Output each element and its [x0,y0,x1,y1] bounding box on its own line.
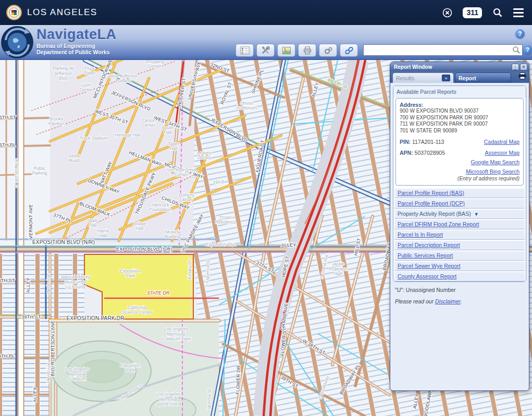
print-button[interactable] [298,44,316,57]
navigatela-logo-icon [1,26,34,59]
print-report-icon[interactable] [518,72,527,81]
bing-search-link[interactable]: Microsoft Bing Search [466,168,519,175]
map-label: ALLEY [281,242,296,248]
report-link-row[interactable]: Parcel Profile Report (DCP) [394,199,525,209]
map-search-box[interactable] [363,44,523,56]
map-label: 36TH PL [0,142,16,148]
map-label: LeaveyLibrary [197,150,212,161]
map-label: WattHall [88,218,97,228]
apn-label: APN: [400,150,413,156]
map-label: 38TH ST [0,278,15,283]
report-link[interactable]: Parcel Is In Report [398,231,443,238]
assessor-map-link[interactable]: Assessor Map [485,150,519,156]
la-city-seal-icon [6,5,22,20]
navigatela-app: JEFFERSON BLVDJEFFERSON BLVDWEST 35TH ST… [0,0,532,416]
dock-button[interactable]: ↑ [512,64,519,70]
disclaimer-link[interactable]: Disclaimer [435,298,461,304]
parcel-reports-box: Available Parcel Reports Address: 900 W … [393,85,526,282]
app-header: NavigateLA Bureau of Engineering Departm… [0,25,532,60]
disclaimer-suffix: . [461,298,462,304]
report-link-row[interactable]: Property Activity Report (BAS)▼ [394,210,525,219]
report-link-row[interactable]: Parcel Is In Report [394,230,525,240]
map-label: HancockFoundation [150,202,172,213]
legend-button[interactable] [236,44,254,57]
city-topbar: LOS ANGELES 311 [0,0,532,25]
help-icon[interactable]: ? [515,29,525,39]
legend-icon [240,46,250,55]
report-link[interactable]: Parcel Profile Report (BAS) [398,190,464,196]
report-window-titlebar[interactable]: Report Window ↑ × [390,62,529,71]
address-line: 700 W EXPOSITION PARK DR 90007 [400,115,519,121]
map-label: S Figueroa St [204,260,211,287]
basemap-button[interactable] [277,44,295,57]
search-icon[interactable] [492,7,503,18]
report-window-title: Report Window [394,64,511,70]
map-search-input[interactable] [364,45,512,55]
collapse-button[interactable]: « [442,75,450,81]
map-label: Los AngelesMemorialColiseum [65,366,89,382]
map-label: Figueroa St [206,388,212,412]
map-label: SeelyMudd [68,153,80,164]
city-title: LOS ANGELES [27,7,97,18]
address-line: 701 W STATE DR 90089 [400,128,519,134]
parcel-info-card: Address: 900 W EXPOSITION BLVD 90037700 … [395,98,524,186]
report-window: Report Window ↑ × Results « Report A [390,62,529,391]
entry-note: (Entry of address required) [400,176,519,181]
report-link-row[interactable]: Parcel DFIRM Flood Zone Report [394,220,525,229]
report-link-row[interactable]: Parcel Sewer Wye Report [394,262,525,271]
search-icon[interactable] [512,46,521,54]
menu-icon[interactable] [513,8,524,17]
apn-value: 5037028905 [415,150,445,156]
department-name: Department of Public Works [36,50,117,55]
cadastral-map-link[interactable]: Cadastral Map [484,139,519,145]
address-label: Address: [400,102,519,108]
tools-button[interactable] [256,44,275,57]
tools-icon [261,46,270,55]
map-label: 39TH ST [21,314,41,320]
report-link[interactable]: Parcel Description Report [398,242,460,248]
map-label: Menlo Ave [46,362,51,383]
expand-arrow-icon[interactable]: ▼ [474,212,479,217]
tab-report[interactable]: Report [455,72,511,83]
map-label: MusickBuilding [165,229,181,240]
map-label: EXPOSITION BLVD (N/R) [32,239,95,245]
map-label: BrooksPavilion [48,116,64,127]
report-link-row[interactable]: County Assessor Report [394,272,525,282]
link-icon [344,46,354,55]
map-label: Exposition Blvd [206,242,236,247]
close-button[interactable]: × [520,64,527,70]
address-line: 711 W EXPOSITION PARK DR 90007 [400,121,519,128]
map-label: ALLEY [32,387,38,402]
tab-report-label: Report [459,75,476,81]
search-help-icon[interactable]: ? [523,45,532,54]
share-link-button[interactable] [340,44,358,57]
map-image-icon [282,46,291,55]
badge-311[interactable]: 311 [463,7,482,18]
dismiss-icon[interactable] [442,8,452,18]
app-titles: NavigateLA Bureau of Engineering Departm… [36,27,117,55]
report-window-tabs: Results « Report [390,71,529,83]
pin-label: PIN: [400,139,411,145]
gears-icon [324,46,333,55]
report-link-row[interactable]: Public Services Report [394,251,525,261]
report-link[interactable]: Parcel DFIRM Flood Zone Report [398,221,479,227]
tab-results-label: Results [396,75,414,81]
map-label: Los AngelesMemorialSports Arena [155,391,181,407]
tab-results[interactable]: Results « [392,72,454,83]
map-label: STATE DR [147,290,170,296]
google-map-search-link[interactable]: Google Map Search [471,159,519,165]
report-expand-label[interactable]: Property Activity Report (BAS) [398,211,471,217]
report-link[interactable]: Parcel Sewer Wye Report [398,263,461,269]
map-label: 36TH ST [0,115,16,120]
print-icon [303,46,312,55]
map-label: 194 ft [213,179,224,185]
report-link-row[interactable]: Parcel Description Report [394,241,525,250]
map-label: VERMONT AVE [28,204,33,239]
report-link-row[interactable]: Parcel Profile Report (BAS) [394,189,525,198]
report-link[interactable]: County Assessor Report [398,273,456,279]
settings-button[interactable] [319,44,337,57]
map-toolbar [236,44,358,57]
map-label: Heritage Hall [115,132,140,138]
report-link[interactable]: Public Services Report [398,252,453,259]
report-link[interactable]: Parcel Profile Report (DCP) [398,200,465,206]
